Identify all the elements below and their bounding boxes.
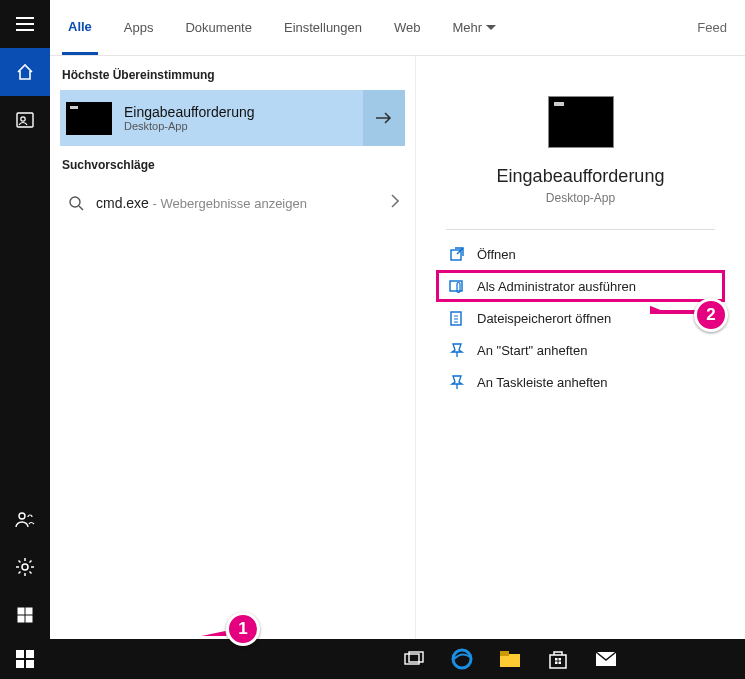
- action-open[interactable]: Öffnen: [436, 238, 725, 270]
- tab-feed[interactable]: Feed: [691, 1, 733, 55]
- taskbar: [50, 639, 745, 679]
- best-match-header: Höchste Übereinstimmung: [50, 56, 415, 90]
- svg-rect-8: [16, 650, 24, 658]
- home-icon[interactable]: [0, 48, 50, 96]
- suggestions-header: Suchvorschläge: [50, 146, 415, 180]
- svg-point-1: [21, 117, 25, 121]
- web-suggestion-text: cmd.exe - Webergebnisse anzeigen: [86, 195, 391, 211]
- svg-rect-7: [26, 616, 32, 622]
- svg-rect-25: [555, 662, 558, 665]
- preview-pane: Eingabeaufforderung Desktop-App Öffnen A…: [415, 56, 745, 679]
- tab-dokumente[interactable]: Dokumente: [179, 1, 257, 55]
- preview-app-icon: [548, 96, 614, 148]
- tab-mehr-label: Mehr: [453, 20, 483, 35]
- svg-rect-5: [26, 608, 32, 614]
- office-icon[interactable]: [0, 591, 50, 639]
- svg-rect-23: [555, 658, 558, 661]
- best-match-subtitle: Desktop-App: [124, 120, 363, 132]
- annotation-badge-1: 1: [226, 612, 260, 646]
- tab-apps[interactable]: Apps: [118, 1, 160, 55]
- people-icon[interactable]: [0, 495, 50, 543]
- svg-rect-10: [16, 660, 24, 668]
- gear-icon[interactable]: [0, 543, 50, 591]
- preview-title: Eingabeaufforderung: [497, 166, 665, 187]
- best-match-item[interactable]: Eingabeaufforderung Desktop-App: [60, 90, 405, 146]
- category-tabs: Alle Apps Dokumente Einstellungen Web Me…: [50, 0, 745, 56]
- svg-point-12: [70, 197, 80, 207]
- tab-web[interactable]: Web: [388, 1, 427, 55]
- left-rail: [0, 0, 50, 679]
- action-pin-start[interactable]: An "Start" anheften: [436, 334, 725, 366]
- tab-alle[interactable]: Alle: [62, 1, 98, 55]
- svg-rect-6: [18, 616, 24, 622]
- mail-icon[interactable]: [582, 639, 630, 679]
- cmd-icon: [66, 102, 112, 135]
- best-match-title: Eingabeaufforderung: [124, 104, 363, 120]
- results-column: Höchste Übereinstimmung Eingabeaufforder…: [50, 56, 415, 679]
- chevron-right-icon: [391, 194, 399, 212]
- search-panel: Alle Apps Dokumente Einstellungen Web Me…: [50, 0, 745, 679]
- svg-rect-22: [550, 655, 566, 668]
- action-run-admin-label: Als Administrator ausführen: [477, 279, 636, 294]
- search-icon: [66, 196, 86, 211]
- edge-icon[interactable]: [438, 639, 486, 679]
- svg-rect-26: [559, 662, 562, 665]
- action-pin-start-label: An "Start" anheften: [477, 343, 587, 358]
- svg-rect-11: [26, 660, 34, 668]
- svg-point-2: [19, 513, 25, 519]
- action-run-admin[interactable]: Als Administrator ausführen: [436, 270, 725, 302]
- action-pin-taskbar[interactable]: An Taskleiste anheften: [436, 366, 725, 398]
- svg-rect-9: [26, 650, 34, 658]
- annotation-arrow-1: [140, 628, 230, 636]
- annotation-arrow-2: [650, 306, 700, 314]
- tab-einstellungen[interactable]: Einstellungen: [278, 1, 368, 55]
- svg-rect-4: [18, 608, 24, 614]
- svg-rect-21: [500, 651, 509, 656]
- start-button[interactable]: [0, 639, 50, 679]
- svg-point-19: [453, 650, 471, 668]
- svg-point-3: [22, 564, 28, 570]
- file-explorer-icon[interactable]: [486, 639, 534, 679]
- action-open-label: Öffnen: [477, 247, 516, 262]
- best-match-expand[interactable]: [363, 90, 405, 146]
- action-open-location-label: Dateispeicherort öffnen: [477, 311, 611, 326]
- preview-subtitle: Desktop-App: [546, 191, 615, 205]
- svg-rect-24: [559, 658, 562, 661]
- annotation-badge-2: 2: [694, 298, 728, 332]
- contact-card-icon[interactable]: [0, 96, 50, 144]
- task-view-icon[interactable]: [390, 639, 438, 679]
- hamburger-icon[interactable]: [0, 0, 50, 48]
- store-icon[interactable]: [534, 639, 582, 679]
- divider: [446, 229, 715, 230]
- action-pin-taskbar-label: An Taskleiste anheften: [477, 375, 608, 390]
- web-suggestion[interactable]: cmd.exe - Webergebnisse anzeigen: [50, 180, 415, 226]
- tab-mehr[interactable]: Mehr: [447, 1, 503, 55]
